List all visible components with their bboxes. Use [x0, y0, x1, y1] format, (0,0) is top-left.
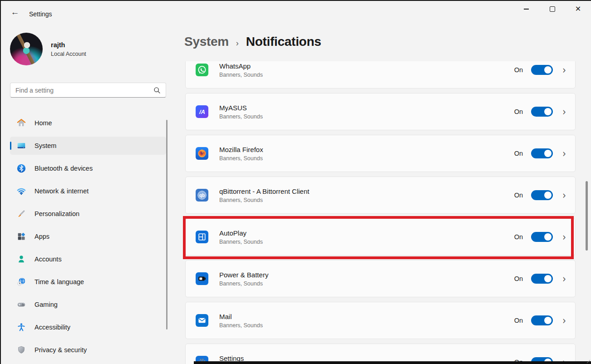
app-row-autoplay[interactable]: AutoPlay Banners, Sounds On ›	[185, 218, 576, 256]
toggle-knob	[544, 66, 552, 74]
app-name: WhatsApp	[219, 62, 514, 70]
sidebar-item-network-internet[interactable]: Network & internet	[10, 182, 166, 200]
app-notification-types: Banners, Sounds	[219, 280, 514, 287]
window-controls: ✕	[513, 0, 591, 18]
breadcrumb-system[interactable]: System	[184, 34, 229, 49]
notification-toggle[interactable]	[531, 107, 553, 117]
chevron-right-icon: ›	[562, 232, 566, 242]
user-account-block: rajth Local Account	[10, 33, 86, 65]
sidebar-item-label: Home	[34, 119, 52, 127]
chevron-right-icon: ›	[562, 65, 566, 75]
sidebar-item-label: Bluetooth & devices	[34, 165, 93, 172]
app-notification-types: Banners, Sounds	[219, 322, 514, 329]
sidebar-item-apps[interactable]: Apps	[10, 227, 166, 246]
accounts-icon	[16, 254, 26, 264]
sidebar-item-label: Network & internet	[34, 187, 89, 195]
user-account-type: Local Account	[51, 51, 86, 57]
sidebar-item-label: Personalization	[34, 210, 79, 217]
sidebar-item-label: Accounts	[34, 256, 62, 263]
home-icon	[16, 118, 26, 128]
bluetooth-icon	[16, 163, 26, 173]
user-name: rajth	[51, 41, 86, 49]
app-name: Mozilla Firefox	[219, 146, 514, 153]
notifications-app-list: WhatsApp Banners, Sounds On › /A MyASUS …	[183, 61, 591, 364]
app-row-mail[interactable]: Mail Banners, Sounds On ›	[185, 302, 576, 339]
app-notification-types: Banners, Sounds	[219, 155, 514, 162]
toggle-state-label: On	[514, 66, 523, 74]
toggle-state-label: On	[514, 233, 523, 241]
myasus-icon: /A	[196, 105, 208, 118]
sidebar-item-home[interactable]: Home	[10, 114, 166, 132]
app-row-qbittorrent-a-bittorrent-client[interactable]: qb qBittorrent - A Bittorrent Client Ban…	[185, 177, 576, 214]
main-scrollbar[interactable]	[586, 181, 588, 251]
sidebar-item-label: Time & language	[34, 278, 84, 285]
maximize-button[interactable]	[539, 0, 565, 18]
qbittorrent-icon: qb	[196, 189, 208, 202]
toggle-knob	[544, 317, 552, 324]
app-name: qBittorrent - A Bittorrent Client	[219, 187, 514, 195]
avatar	[10, 33, 43, 65]
mail-icon	[196, 314, 208, 327]
search-input[interactable]	[10, 87, 153, 94]
toggle-knob	[544, 192, 552, 199]
sidebar-item-bluetooth-devices[interactable]: Bluetooth & devices	[10, 159, 166, 177]
toggle-state-label: On	[514, 150, 523, 157]
notification-toggle[interactable]	[531, 148, 553, 158]
search-icon	[153, 87, 161, 94]
sidebar-item-personalization[interactable]: Personalization	[10, 205, 166, 223]
app-name: Mail	[219, 313, 514, 320]
back-button[interactable]: ←	[7, 6, 23, 18]
app-row-whatsapp[interactable]: WhatsApp Banners, Sounds On ›	[185, 61, 576, 89]
window-title: Settings	[29, 10, 52, 18]
notification-toggle[interactable]	[531, 65, 553, 75]
firefox-icon	[196, 147, 208, 160]
app-name: Settings	[219, 354, 514, 362]
bottom-edge-bar	[194, 361, 591, 364]
breadcrumb-separator-icon: ›	[236, 39, 239, 48]
privacy-icon	[16, 345, 26, 355]
app-notification-types: Banners, Sounds	[219, 113, 514, 120]
minimize-button[interactable]	[513, 0, 539, 18]
notification-toggle[interactable]	[531, 190, 553, 200]
notification-toggle[interactable]	[531, 232, 553, 242]
app-row-myasus[interactable]: /A MyASUS Banners, Sounds On ›	[185, 93, 576, 130]
app-name: AutoPlay	[219, 229, 514, 237]
accessibility-icon	[16, 322, 26, 332]
sidebar-nav: Home System Bluetooth & devices Network …	[10, 114, 166, 364]
sidebar-item-label: Gaming	[34, 301, 58, 308]
sidebar-item-accessibility[interactable]: Accessibility	[10, 318, 166, 336]
notification-toggle[interactable]	[531, 274, 553, 284]
sidebar-item-accounts[interactable]: Accounts	[10, 250, 166, 268]
svg-text:/A: /A	[199, 108, 205, 115]
sidebar-item-privacy-security[interactable]: Privacy & security	[10, 341, 166, 359]
sidebar-item-system[interactable]: System	[10, 137, 166, 155]
chevron-right-icon: ›	[562, 315, 566, 326]
toggle-state-label: On	[514, 275, 523, 282]
sidebar-item-time-language[interactable]: Time & language	[10, 273, 166, 291]
apps-icon	[16, 231, 26, 241]
notification-toggle[interactable]	[531, 315, 553, 325]
app-name: Power & Battery	[219, 271, 514, 279]
app-row-mozilla-firefox[interactable]: Mozilla Firefox Banners, Sounds On ›	[185, 135, 576, 172]
network-icon	[16, 186, 26, 196]
resize-grip[interactable]	[586, 359, 590, 363]
toggle-state-label: On	[514, 192, 523, 199]
system-icon	[16, 141, 26, 151]
sidebar-item-gaming[interactable]: Gaming	[10, 295, 166, 314]
minimize-icon	[524, 9, 529, 9]
toggle-knob	[544, 108, 552, 115]
toggle-knob	[544, 233, 552, 241]
search-box[interactable]	[10, 83, 166, 98]
maximize-icon	[550, 6, 555, 12]
sidebar-item-label: System	[34, 142, 56, 149]
gaming-icon	[16, 300, 26, 310]
titlebar: ← Settings ✕	[0, 0, 591, 22]
sidebar-scrollbar[interactable]	[166, 120, 167, 330]
app-notification-types: Banners, Sounds	[219, 239, 514, 245]
toggle-state-label: On	[514, 108, 523, 115]
close-button[interactable]: ✕	[565, 0, 591, 18]
app-row-power-battery[interactable]: Power & Battery Banners, Sounds On ›	[185, 260, 576, 297]
app-notification-types: Banners, Sounds	[219, 72, 514, 78]
whatsapp-icon	[196, 64, 208, 76]
chevron-right-icon: ›	[562, 274, 566, 284]
